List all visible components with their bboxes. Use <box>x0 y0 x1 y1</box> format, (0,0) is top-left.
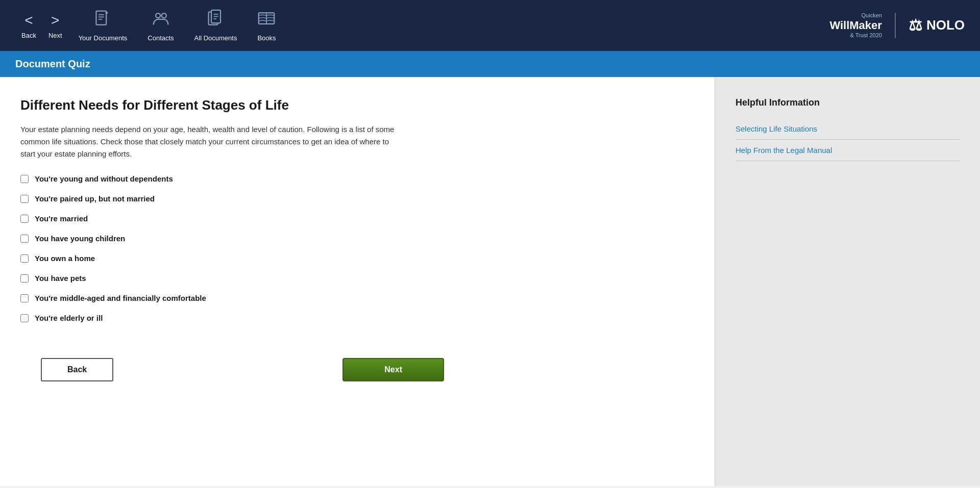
checkbox-cb5[interactable] <box>20 254 29 263</box>
breadcrumb-bar: Document Quiz <box>0 51 980 77</box>
books-nav[interactable]: Books <box>247 4 286 47</box>
checkbox-label-cb2[interactable]: You're paired up, but not married <box>35 194 155 203</box>
checkbox-label-cb4[interactable]: You have young children <box>35 234 125 243</box>
willmaker-logo: Quicken WillMaker & Trust 2020 <box>829 12 882 39</box>
page-description: Your estate planning needs depend on you… <box>20 123 403 160</box>
checkbox-item[interactable]: You're middle-aged and financially comfo… <box>20 294 689 302</box>
checkbox-cb1[interactable] <box>20 175 29 183</box>
checkbox-item[interactable]: You're married <box>20 214 689 223</box>
svg-rect-0 <box>96 11 107 25</box>
button-row: Back Next <box>20 348 464 397</box>
checkbox-cb8[interactable] <box>20 314 29 322</box>
checkbox-label-cb1[interactable]: You're young and without dependents <box>35 174 173 183</box>
nolo-logo: ⚖ NOLO <box>909 16 965 34</box>
left-panel: Different Needs for Different Stages of … <box>0 77 715 486</box>
logo-separator <box>895 13 896 38</box>
back-button[interactable]: Back <box>41 358 113 381</box>
checkbox-item[interactable]: You own a home <box>20 254 689 263</box>
checkbox-item[interactable]: You have young children <box>20 234 689 243</box>
page-title: Different Needs for Different Stages of … <box>20 97 689 113</box>
breadcrumb-title: Document Quiz <box>15 58 90 69</box>
checkbox-cb4[interactable] <box>20 235 29 243</box>
scale-icon: ⚖ <box>909 16 922 34</box>
checkbox-item[interactable]: You're young and without dependents <box>20 174 689 183</box>
checkbox-list: You're young and without dependentsYou'r… <box>20 174 689 322</box>
contacts-icon <box>152 9 170 31</box>
right-panel: Helpful Information Selecting Life Situa… <box>715 77 980 486</box>
svg-point-6 <box>156 13 160 18</box>
all-documents-icon <box>207 9 225 31</box>
next-nav-button[interactable]: > Next <box>42 7 68 44</box>
checkbox-label-cb6[interactable]: You have pets <box>35 274 86 282</box>
main-content: Different Needs for Different Stages of … <box>0 77 980 486</box>
books-icon <box>257 9 276 31</box>
contacts-nav[interactable]: Contacts <box>137 4 184 47</box>
top-navigation: < Back > Next Your Documents Co <box>0 0 980 51</box>
next-arrow-icon: > <box>51 12 59 29</box>
checkbox-item[interactable]: You have pets <box>20 274 689 282</box>
quicken-text: Quicken <box>829 12 882 19</box>
checkbox-cb3[interactable] <box>20 215 29 223</box>
checkbox-label-cb8[interactable]: You're elderly or ill <box>35 314 103 322</box>
help-link-0[interactable]: Selecting Life Situations <box>736 118 960 140</box>
svg-point-7 <box>162 13 166 18</box>
checkbox-label-cb5[interactable]: You own a home <box>35 254 95 263</box>
checkbox-item[interactable]: You're paired up, but not married <box>20 194 689 203</box>
willmaker-text: WillMaker <box>829 19 882 32</box>
checkbox-item[interactable]: You're elderly or ill <box>20 314 689 322</box>
logo-area: Quicken WillMaker & Trust 2020 ⚖ NOLO <box>829 12 965 39</box>
documents-icon <box>93 9 112 31</box>
helpful-information-title: Helpful Information <box>736 97 960 108</box>
all-documents-nav[interactable]: All Documents <box>184 4 248 47</box>
checkbox-label-cb3[interactable]: You're married <box>35 214 88 223</box>
help-link-1[interactable]: Help From the Legal Manual <box>736 140 960 161</box>
back-arrow-icon: < <box>24 12 33 29</box>
back-nav-button[interactable]: < Back <box>15 7 42 44</box>
checkbox-cb6[interactable] <box>20 274 29 282</box>
nolo-text: NOLO <box>926 17 965 33</box>
checkbox-cb2[interactable] <box>20 195 29 203</box>
trust-text: & Trust 2020 <box>829 32 882 39</box>
next-button[interactable]: Next <box>342 358 444 381</box>
your-documents-nav[interactable]: Your Documents <box>68 4 138 47</box>
checkbox-label-cb7[interactable]: You're middle-aged and financially comfo… <box>35 294 206 302</box>
checkbox-cb7[interactable] <box>20 294 29 302</box>
